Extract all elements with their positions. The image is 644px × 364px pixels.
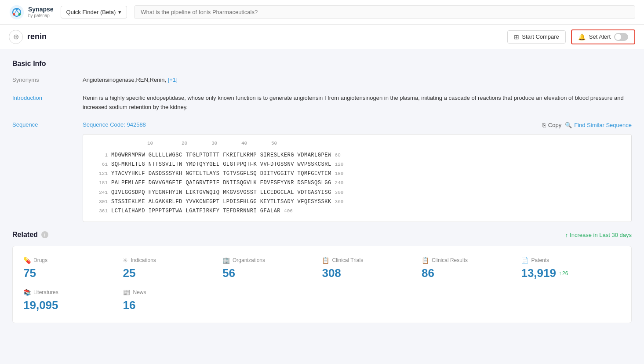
increase-label-text: Increase in Last 30 days <box>570 232 632 238</box>
related-item-news[interactable]: 📰 News 16 <box>123 289 222 312</box>
related-patents-header: 📄 Patents <box>521 257 620 264</box>
related-clinical-trials-header: 📋 Clinical Trials <box>322 257 421 264</box>
find-similar-sequence-button[interactable]: 🔍 Find Similar Sequence <box>565 122 632 128</box>
page-title-area: ⊕ renin <box>9 30 47 44</box>
organizations-label: Organizations <box>233 257 265 263</box>
indications-icon: ✳ <box>123 257 128 264</box>
quick-finder-button[interactable]: Quick Finder (Beta) ▾ <box>61 6 127 18</box>
increase-label: ↑ Increase in Last 30 days <box>565 232 632 238</box>
sequence-header-row: Sequence Code: 942588 ⎘ Copy 🔍 Find Simi… <box>83 120 632 130</box>
globe-icon: ⊕ <box>9 30 23 44</box>
related-item-clinical-trials[interactable]: 📋 Clinical Trials 308 <box>322 257 421 280</box>
seq-line-121: 121YTACVYHKLF DASDSSSYKH NGTELTLAYS TGTV… <box>90 170 624 178</box>
copy-label: Copy <box>548 122 561 128</box>
clinical-results-icon: 📋 <box>422 257 429 264</box>
patents-increase-value: 26 <box>562 270 568 277</box>
synapse-logo-icon <box>9 4 25 20</box>
literatures-icon: 📚 <box>23 289 31 296</box>
related-drugs-header: 💊 Drugs <box>23 257 123 264</box>
seq-line-1: 1MDGWRRMPRW GLLLLLWGSC TFGLPTDTTT FKRIFL… <box>90 151 624 160</box>
indications-count: 25 <box>123 266 222 280</box>
compare-icon: ⊞ <box>514 33 519 40</box>
drugs-count: 75 <box>23 266 123 280</box>
news-count: 16 <box>123 298 222 312</box>
arrow-up-icon: ↑ <box>565 232 568 238</box>
start-compare-button[interactable]: ⊞ Start Compare <box>507 30 566 44</box>
set-alert-label: Set Alert <box>589 33 611 40</box>
page-title: renin <box>27 32 47 41</box>
sequence-label: Sequence <box>12 120 83 128</box>
set-alert-button[interactable]: 🔔 Set Alert <box>571 29 635 44</box>
main-header: Synapse by patsnap Quick Finder (Beta) ▾ <box>0 0 644 25</box>
synonyms-label: Synonyms <box>12 76 83 83</box>
related-card: 💊 Drugs 75 ✳ Indications 25 🏢 <box>12 246 632 323</box>
related-item-drugs[interactable]: 💊 Drugs 75 <box>23 257 123 280</box>
related-title-area: Related i <box>12 231 48 239</box>
synonyms-row: Synonyms Angiotensinogenase,REN,Renin, [… <box>12 76 632 85</box>
synonyms-more-link[interactable]: [+1] <box>168 76 178 83</box>
related-item-literatures[interactable]: 📚 Literatures 19,095 <box>23 289 123 312</box>
related-title: Related <box>12 231 38 239</box>
logo-area: Synapse by patsnap <box>9 4 54 20</box>
clinical-results-count: 86 <box>422 266 521 280</box>
related-header: Related i ↑ Increase in Last 30 days <box>12 231 632 239</box>
quick-finder-label: Quick Finder (Beta) <box>66 9 116 15</box>
synonyms-value: Angiotensinogenase,REN,Renin, [+1] <box>83 76 632 85</box>
related-literatures-header: 📚 Literatures <box>23 289 123 296</box>
dropdown-chevron-icon: ▾ <box>118 9 121 15</box>
literatures-label: Literatures <box>33 289 58 295</box>
related-info-icon: i <box>41 231 48 238</box>
literatures-count: 19,095 <box>23 298 123 312</box>
seq-line-361: 361LCTLAIHAMD IPPPTGPTWA LGATFIRKFY TEFD… <box>90 207 624 215</box>
clinical-results-label: Clinical Results <box>432 257 468 263</box>
drugs-icon: 💊 <box>23 257 31 264</box>
seq-line-61: 61SQFMKRLTLG NTTSSVILTN YMDTQYYGEI GIGTP… <box>90 160 624 169</box>
patents-icon: 📄 <box>521 257 528 264</box>
related-item-patents[interactable]: 📄 Patents 13,919 ↑ 26 <box>521 257 620 280</box>
related-grid: 💊 Drugs 75 ✳ Indications 25 🏢 <box>23 257 621 312</box>
search-input[interactable] <box>134 5 635 19</box>
sub-header-actions: ⊞ Start Compare 🔔 Set Alert <box>507 29 635 44</box>
logo-synapse-label: Synapse <box>28 6 54 13</box>
related-news-header: 📰 News <box>123 289 222 296</box>
svg-point-4 <box>13 13 15 15</box>
sequence-box[interactable]: 10 20 30 40 50 1MDGWRRMPRW GLLLLLWGSC TF… <box>83 134 632 222</box>
logo-by-label: by patsnap <box>28 13 54 18</box>
news-icon: 📰 <box>123 289 130 296</box>
copy-button[interactable]: ⎘ Copy <box>542 122 561 128</box>
find-similar-label: Find Similar Sequence <box>574 122 632 128</box>
related-item-clinical-results[interactable]: 📋 Clinical Results 86 <box>422 257 521 280</box>
clinical-trials-icon: 📋 <box>322 257 329 264</box>
introduction-label: Introduction <box>12 94 83 101</box>
main-content: Basic Info Synonyms Angiotensinogenase,R… <box>0 49 644 364</box>
svg-point-3 <box>18 13 21 15</box>
introduction-row: Introduction Renin is a highly specific … <box>12 94 632 112</box>
seq-line-241: 241QIVLGGSDPQ HYEGNFHYIN LIKTGVWQIQ MKGV… <box>90 189 624 197</box>
patents-count: 13,919 <box>521 266 556 280</box>
clinical-trials-count: 308 <box>322 266 421 280</box>
bell-icon: 🔔 <box>578 33 586 40</box>
patents-label: Patents <box>531 257 549 263</box>
clinical-trials-label: Clinical Trials <box>332 257 363 263</box>
sub-header: ⊕ renin ⊞ Start Compare 🔔 Set Alert <box>0 25 644 49</box>
related-indications-header: ✳ Indications <box>123 257 222 264</box>
drugs-label: Drugs <box>33 257 47 263</box>
organizations-count: 56 <box>222 266 322 280</box>
related-item-indications[interactable]: ✳ Indications 25 <box>123 257 222 280</box>
alert-toggle[interactable] <box>614 33 628 41</box>
sequence-code: Sequence Code: 942588 <box>83 120 146 130</box>
synonyms-text: Angiotensinogenase,REN,Renin, <box>83 76 166 83</box>
related-item-organizations[interactable]: 🏢 Organizations 56 <box>222 257 322 280</box>
compare-label: Start Compare <box>522 33 559 40</box>
logo-text: Synapse by patsnap <box>28 6 54 18</box>
seq-line-301: 301STSSIEKLME ALGAKKRLFD YVVKCNEGPT LPDI… <box>90 198 624 206</box>
related-section: Related i ↑ Increase in Last 30 days 💊 D… <box>12 231 632 323</box>
svg-point-0 <box>10 5 24 19</box>
organizations-icon: 🏢 <box>222 257 230 264</box>
introduction-text: Renin is a highly specific endopeptidase… <box>83 94 632 112</box>
copy-icon: ⎘ <box>542 122 546 128</box>
find-similar-icon: 🔍 <box>565 122 572 128</box>
patents-arrow-icon: ↑ <box>559 270 561 277</box>
news-label: News <box>133 289 146 295</box>
related-organizations-header: 🏢 Organizations <box>222 257 322 264</box>
